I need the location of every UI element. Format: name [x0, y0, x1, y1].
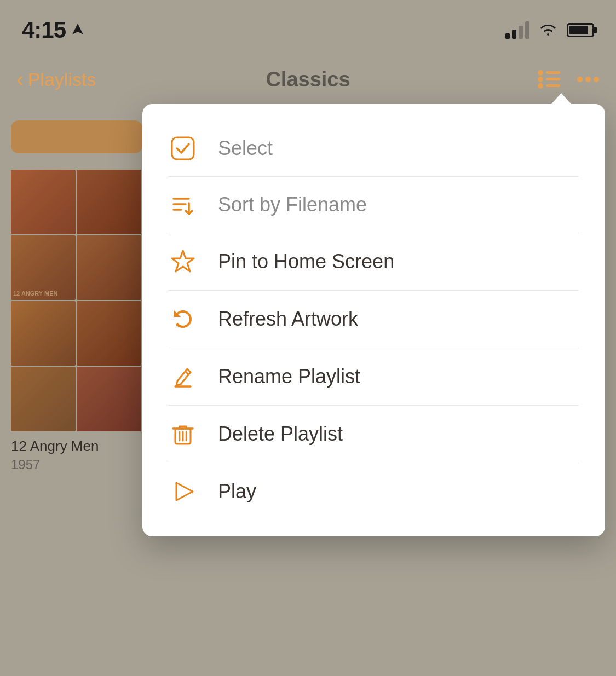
menu-label-rename: Rename Playlist	[218, 365, 360, 388]
svg-rect-4	[546, 78, 560, 80]
pencil-icon	[169, 363, 197, 390]
menu-item-play[interactable]: Play	[142, 463, 605, 520]
menu-item-select[interactable]: Select	[142, 120, 605, 176]
popup-menu: Select Sort by Filename Pin to Home Scre…	[142, 104, 605, 536]
svg-marker-14	[172, 251, 194, 271]
nav-bar: ‹ Playlists Classics	[0, 49, 616, 109]
svg-point-6	[577, 77, 583, 82]
menu-label-sort: Sort by Filename	[218, 193, 367, 216]
refresh-icon	[169, 306, 197, 332]
menu-label-play: Play	[218, 480, 256, 503]
status-time: 4:15	[22, 17, 66, 43]
svg-line-16	[185, 371, 188, 374]
battery-icon	[567, 23, 594, 37]
page-title: Classics	[266, 68, 350, 91]
menu-label-delete: Delete Playlist	[218, 423, 343, 446]
menu-label-refresh: Refresh Artwork	[218, 308, 358, 331]
play-icon	[169, 478, 197, 505]
svg-point-7	[585, 77, 591, 82]
status-bar: 4:15	[0, 0, 616, 49]
checkbox-icon	[169, 136, 197, 161]
more-options-button[interactable]	[577, 76, 600, 83]
status-icons	[505, 21, 594, 39]
menu-item-sort[interactable]: Sort by Filename	[142, 177, 605, 233]
svg-point-0	[538, 70, 543, 76]
svg-point-2	[538, 83, 543, 89]
star-icon	[169, 249, 197, 275]
menu-item-pin[interactable]: Pin to Home Screen	[142, 233, 605, 290]
signal-icon	[505, 21, 529, 39]
location-icon	[71, 22, 84, 38]
wifi-icon	[538, 21, 558, 39]
svg-point-8	[594, 77, 599, 82]
trash-icon	[169, 421, 197, 447]
sort-icon	[169, 192, 197, 217]
back-label: Playlists	[28, 69, 96, 90]
menu-item-rename[interactable]: Rename Playlist	[142, 348, 605, 405]
list-view-button[interactable]	[537, 70, 560, 89]
menu-item-delete[interactable]: Delete Playlist	[142, 406, 605, 463]
svg-point-1	[538, 77, 543, 82]
svg-rect-3	[546, 71, 560, 74]
nav-actions	[537, 70, 600, 89]
back-button[interactable]: ‹ Playlists	[16, 69, 96, 90]
svg-rect-5	[546, 84, 560, 87]
chevron-left-icon: ‹	[16, 69, 24, 90]
menu-label-select: Select	[218, 137, 273, 160]
svg-marker-22	[176, 483, 193, 500]
svg-rect-9	[172, 137, 194, 159]
menu-label-pin: Pin to Home Screen	[218, 250, 394, 273]
menu-item-refresh[interactable]: Refresh Artwork	[142, 291, 605, 348]
